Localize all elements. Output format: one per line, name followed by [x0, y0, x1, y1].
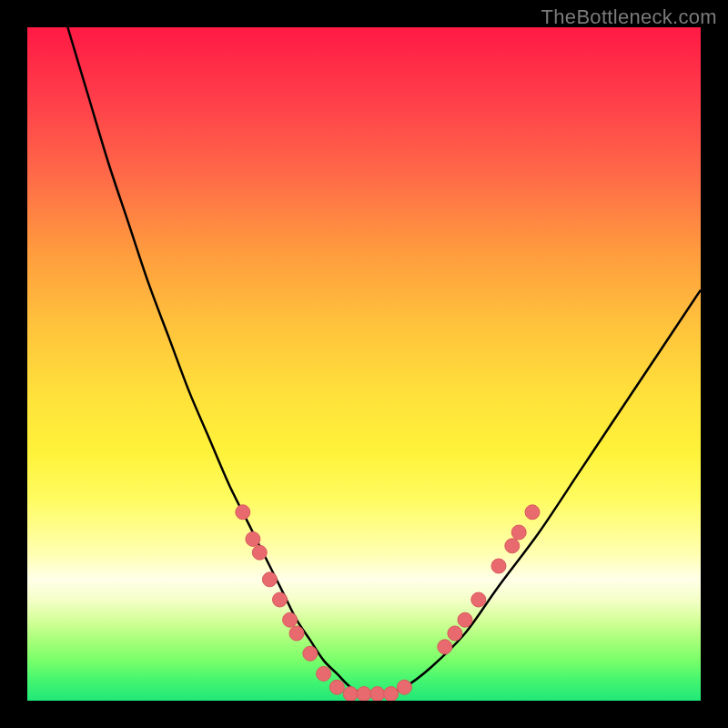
marker-group [236, 505, 540, 701]
data-point [317, 666, 331, 681]
chart-overlay [27, 27, 701, 701]
watermark-label: TheBottleneck.com [541, 5, 717, 29]
data-point [397, 680, 411, 694]
data-point [505, 539, 520, 553]
data-point [471, 592, 486, 607]
data-point [343, 687, 358, 701]
data-point [438, 640, 452, 654]
bottleneck-curve [67, 27, 701, 695]
data-point [246, 531, 260, 546]
data-point [329, 680, 344, 694]
plot-area [27, 27, 701, 701]
data-point [357, 687, 371, 701]
data-point [370, 687, 385, 701]
data-point [448, 626, 462, 641]
data-point [491, 559, 506, 573]
data-point [525, 505, 540, 520]
data-point [252, 545, 267, 560]
data-point [262, 572, 277, 587]
data-point [511, 525, 526, 540]
chart-frame: TheBottleneck.com [0, 0, 728, 728]
data-point [283, 612, 298, 627]
data-point [289, 626, 304, 641]
data-point [458, 612, 472, 627]
data-point [236, 505, 250, 520]
data-point [303, 646, 318, 661]
data-point [273, 592, 288, 607]
data-point [384, 687, 399, 701]
